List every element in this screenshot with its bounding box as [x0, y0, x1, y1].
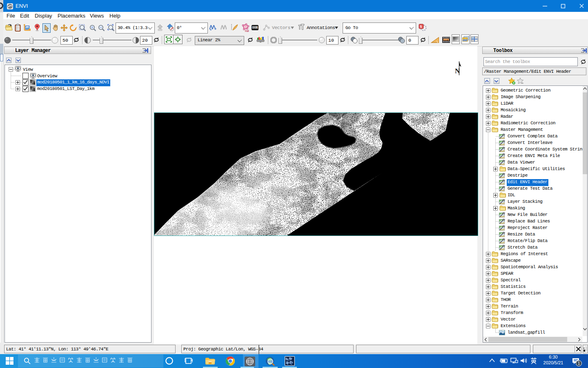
svg-text:N: N: [455, 67, 460, 75]
svg-text:5: 5: [420, 25, 422, 29]
svg-text:roi: roi: [245, 29, 249, 32]
